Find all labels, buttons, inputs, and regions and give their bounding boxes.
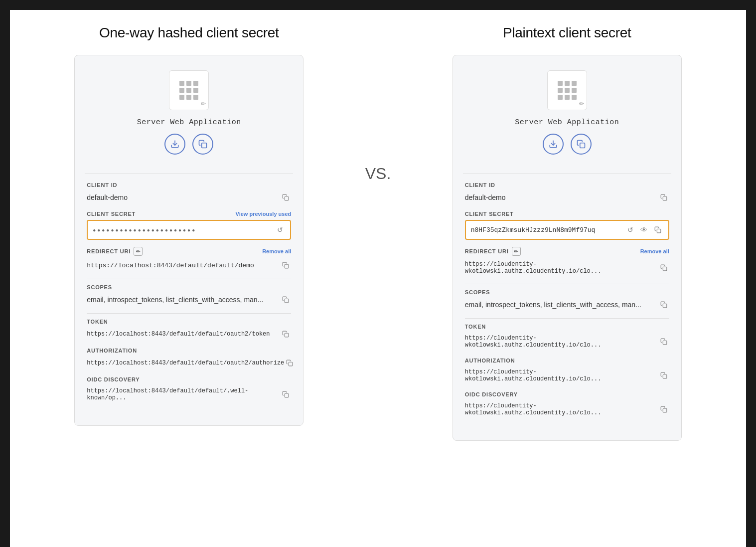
left-title: One-way hashed client secret	[99, 25, 279, 41]
right-secret-icons: ↺ 👁	[625, 225, 663, 235]
left-client-secret-group: CLIENT SECRET View previously used ●●●●●…	[87, 211, 291, 240]
left-download-button[interactable]	[164, 134, 185, 155]
right-redirect-uri-group: REDIRECT URI ✏ Remove all https://cloude…	[465, 247, 669, 277]
right-copy-button[interactable]	[571, 134, 592, 155]
columns-container: One-way hashed client secret	[30, 25, 726, 441]
right-secret-copy-button[interactable]	[652, 225, 663, 234]
left-token-label: TOKEN	[87, 319, 291, 325]
logo-dot	[558, 95, 563, 100]
copy-small-icon	[660, 194, 667, 201]
left-copy-button[interactable]	[192, 134, 213, 155]
right-title: Plaintext client secret	[503, 25, 631, 41]
copy-icon	[577, 140, 586, 149]
left-scopes-group: SCOPES email, introspect_tokens, list_cl…	[87, 284, 291, 306]
right-card-fields: CLIENT ID default-demo CLIENT SECRET	[453, 182, 681, 425]
right-client-id-label: CLIENT ID	[465, 182, 669, 188]
copy-small-icon	[282, 391, 289, 398]
right-card: ✏ Server Web Application	[453, 55, 682, 441]
left-logo-box: ✏	[169, 70, 209, 110]
right-secret-box: n8HF35qzZkmsukHJzzz9LnN8m9Mf97uq ↺ 👁	[465, 220, 669, 240]
right-column: Plaintext client secret	[408, 25, 727, 441]
left-oidc-row: https://localhost:8443/default/default/.…	[87, 385, 291, 403]
left-oidc-group: OIDC DISCOVERY https://localhost:8443/de…	[87, 376, 291, 403]
right-authorization-value: https://cloudentity-wkotlowski.authz.clo…	[465, 368, 658, 382]
left-authorization-value: https://localhost:8443/default/default/o…	[87, 360, 284, 366]
right-redirect-uri-copy-button[interactable]	[658, 263, 669, 272]
left-divider-1	[87, 279, 291, 279]
logo-edit-icon[interactable]: ✏	[201, 100, 206, 107]
logo-dot	[193, 81, 198, 86]
right-token-label: TOKEN	[465, 324, 669, 330]
left-authorization-copy-button[interactable]	[284, 359, 295, 367]
right-top-divider	[463, 174, 671, 174]
svg-rect-10	[663, 196, 667, 200]
right-token-row: https://cloudentity-wkotlowski.authz.clo…	[465, 333, 669, 351]
right-client-id-copy-button[interactable]	[658, 193, 669, 202]
copy-small-icon	[660, 301, 667, 308]
right-oidc-copy-button[interactable]	[658, 405, 669, 414]
right-authorization-copy-button[interactable]	[658, 371, 669, 380]
right-logo-edit-icon[interactable]: ✏	[579, 100, 584, 107]
left-client-id-label: CLIENT ID	[87, 182, 291, 188]
right-scopes-copy-button[interactable]	[658, 300, 669, 309]
left-column: One-way hashed client secret	[30, 25, 348, 426]
left-secret-reset-button[interactable]: ↺	[275, 225, 285, 235]
left-client-id-copy-button[interactable]	[280, 193, 291, 202]
left-token-row: https://localhost:8443/default/default/o…	[87, 328, 291, 341]
right-redirect-uri-row: https://cloudentity-wkotlowski.authz.clo…	[465, 259, 669, 277]
right-oidc-value: https://cloudentity-wkotlowski.authz.clo…	[465, 402, 658, 416]
logo-dot	[565, 88, 570, 93]
svg-rect-14	[663, 341, 667, 345]
left-secret-box: ●●●●●●●●●●●●●●●●●●●●●●● ↺	[87, 220, 291, 240]
left-client-id-group: CLIENT ID default-demo	[87, 182, 291, 204]
right-client-id-group: CLIENT ID default-demo	[465, 182, 669, 204]
left-redirect-uri-row: https://localhost:8443/default/default/d…	[87, 259, 291, 272]
download-icon	[549, 140, 558, 149]
right-secret-eye-button[interactable]: 👁	[638, 225, 649, 235]
copy-small-icon	[660, 372, 667, 379]
copy-small-icon	[654, 226, 661, 233]
svg-rect-6	[289, 362, 293, 366]
right-redirect-uri-edit-icon[interactable]: ✏	[512, 247, 521, 256]
right-oidc-group: OIDC DISCOVERY https://cloudentity-wkotl…	[465, 391, 669, 418]
copy-small-icon	[282, 262, 289, 269]
logo-dot	[572, 81, 577, 86]
page: One-way hashed client secret	[10, 10, 746, 547]
left-divider-2	[87, 313, 291, 314]
right-token-group: TOKEN https://cloudentity-wkotlowski.aut…	[465, 324, 669, 351]
right-secret-reset-button[interactable]: ↺	[625, 225, 635, 235]
right-client-id-row: default-demo	[465, 191, 669, 204]
left-client-id-row: default-demo	[87, 191, 291, 204]
left-logo-grid	[179, 81, 198, 100]
copy-small-icon	[282, 194, 289, 201]
left-oidc-copy-button[interactable]	[280, 390, 291, 399]
right-authorization-group: AUTHORIZATION https://cloudentity-wkotlo…	[465, 358, 669, 384]
copy-small-icon	[282, 296, 289, 303]
download-icon	[170, 140, 179, 149]
right-token-copy-button[interactable]	[658, 337, 669, 346]
left-client-secret-label: CLIENT SECRET View previously used	[87, 211, 291, 217]
right-action-buttons	[543, 134, 592, 155]
left-action-buttons	[164, 134, 213, 155]
left-token-copy-button[interactable]	[280, 330, 291, 339]
right-logo-area: ✏ Server Web Application	[515, 55, 619, 164]
left-secret-dots: ●●●●●●●●●●●●●●●●●●●●●●●	[93, 227, 196, 233]
left-redirect-remove-link[interactable]: Remove all	[262, 248, 291, 254]
left-redirect-uri-copy-button[interactable]	[280, 261, 291, 270]
right-token-value: https://cloudentity-wkotlowski.authz.clo…	[465, 335, 658, 349]
left-card-fields: CLIENT ID default-demo CLIENT SECRET	[75, 182, 303, 410]
right-app-name: Server Web Application	[515, 118, 619, 127]
right-download-button[interactable]	[543, 134, 564, 155]
right-redirect-remove-link[interactable]: Remove all	[640, 248, 669, 254]
copy-small-icon	[660, 338, 667, 345]
right-scopes-row: email, introspect_tokens, list_clients_w…	[465, 298, 669, 311]
logo-dot	[179, 88, 184, 93]
left-scopes-copy-button[interactable]	[280, 295, 291, 304]
logo-dot	[572, 88, 577, 93]
left-redirect-uri-edit-icon[interactable]: ✏	[134, 247, 143, 256]
right-scopes-value: email, introspect_tokens, list_clients_w…	[465, 301, 641, 309]
right-client-secret-label: CLIENT SECRET	[465, 211, 669, 217]
left-redirect-uri-group: REDIRECT URI ✏ Remove all https://localh…	[87, 247, 291, 272]
view-previously-used-link[interactable]: View previously used	[236, 211, 292, 217]
left-oidc-label: OIDC DISCOVERY	[87, 376, 291, 382]
